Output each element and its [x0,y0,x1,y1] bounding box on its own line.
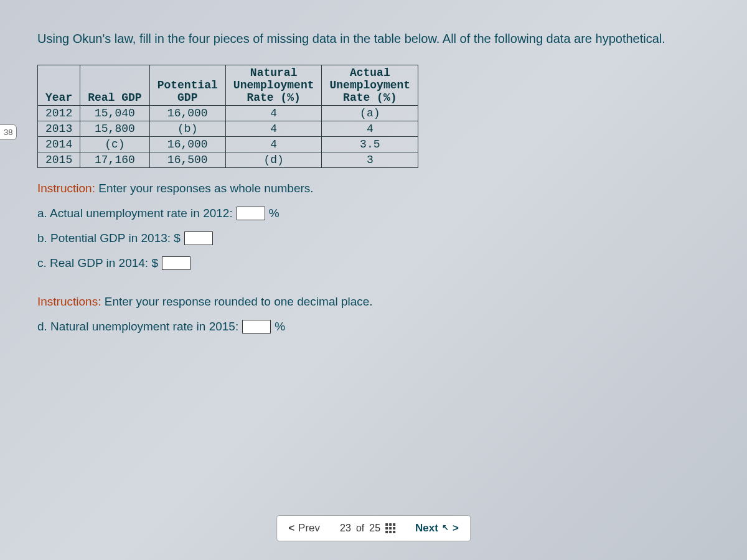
cell-natural-unemp: (d) [225,152,322,168]
pager-total: 25 [369,523,380,534]
instruction-label: Instructions: [37,295,101,308]
data-table: Year Real GDP PotentialGDP NaturalUnempl… [37,65,418,168]
question-title: Using Okun's law, fill in the four piece… [37,30,722,47]
page-number-badge: 38 [0,124,17,140]
cell-potential-gdp: 16,500 [149,152,225,168]
question-content: Using Okun's law, fill in the four piece… [37,30,722,334]
chevron-left-icon: < [288,522,294,534]
instruction-1: Instruction: Enter your responses as who… [37,182,722,195]
answer-input-c[interactable] [162,256,190,270]
cell-year: 2014 [38,137,80,152]
prev-label: Prev [298,522,320,534]
cell-natural-unemp: 4 [225,137,322,152]
cell-actual-unemp: 4 [322,121,418,137]
header-potential-gdp: PotentialGDP [149,65,225,106]
table-row: 2015 17,160 16,500 (d) 3 [38,152,418,168]
instruction-2: Instructions: Enter your response rounde… [37,295,722,309]
pager-of: of [356,523,364,534]
cell-potential-gdp: 16,000 [149,137,225,152]
cell-year: 2012 [38,106,80,121]
question-c-text: c. Real GDP in 2014: $ [37,256,158,270]
question-b: b. Potential GDP in 2013: $ [37,231,722,245]
header-natural-unemp: NaturalUnemploymentRate (%) [225,65,322,106]
cell-real-gdp: (c) [80,137,149,152]
question-b-text: b. Potential GDP in 2013: $ [37,231,181,245]
question-a-suffix: % [269,207,280,220]
question-d-suffix: % [275,320,285,334]
cell-natural-unemp: 4 [225,106,322,121]
question-d-text: d. Natural unemployment rate in 2015: [37,320,238,334]
header-actual-unemp: ActualUnemploymentRate (%) [322,65,418,106]
cell-actual-unemp: (a) [322,106,418,121]
question-a: a. Actual unemployment rate in 2012: % [37,207,722,220]
answer-input-b[interactable] [184,231,213,245]
table-row: 2014 (c) 16,000 4 3.5 [38,137,418,152]
instruction-label: Instruction: [37,182,95,195]
cell-year: 2015 [38,152,80,168]
cell-potential-gdp: 16,000 [149,106,225,121]
instruction-text: Enter your responses as whole numbers. [95,182,314,195]
cell-potential-gdp: (b) [149,121,225,137]
table-row: 2012 15,040 16,000 4 (a) [38,106,418,121]
question-d: d. Natural unemployment rate in 2015: % [37,320,722,334]
chevron-right-icon: > [453,522,459,534]
grid-icon[interactable] [385,523,395,533]
cell-year: 2013 [38,121,80,137]
next-button[interactable]: Next ↖ > [415,522,459,534]
prev-button[interactable]: < Prev [288,522,320,534]
table-row: 2013 15,800 (b) 4 4 [38,121,418,137]
table-header-row: Year Real GDP PotentialGDP NaturalUnempl… [38,65,418,106]
cell-real-gdp: 15,040 [80,106,149,121]
cell-real-gdp: 15,800 [80,121,149,137]
cell-natural-unemp: 4 [225,121,322,137]
cursor-icon: ↖ [442,523,449,532]
pager: 23 of 25 [340,523,395,534]
footer-navigation: < Prev 23 of 25 Next ↖ > [276,515,471,541]
question-c: c. Real GDP in 2014: $ [37,256,722,270]
cell-real-gdp: 17,160 [80,152,149,168]
header-year: Year [38,65,80,106]
next-label: Next [415,522,438,534]
cell-actual-unemp: 3.5 [322,137,418,152]
cell-actual-unemp: 3 [322,152,418,168]
question-a-text: a. Actual unemployment rate in 2012: [37,207,233,220]
pager-current: 23 [340,523,351,534]
header-real-gdp: Real GDP [80,65,149,106]
instruction-text: Enter your response rounded to one decim… [101,295,372,308]
answer-input-d[interactable] [242,320,271,334]
answer-input-a[interactable] [237,207,265,220]
